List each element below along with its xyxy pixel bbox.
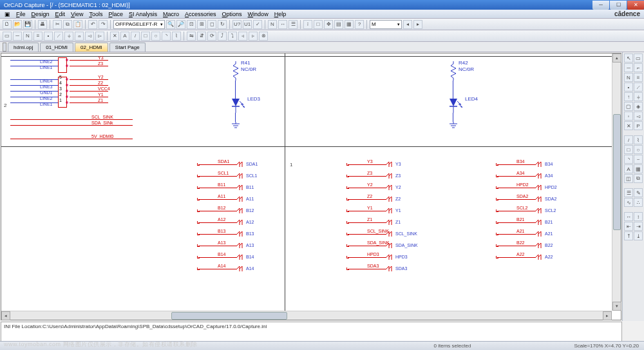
distribute-h-icon[interactable]: ↔ — [624, 212, 633, 221]
window-close-button[interactable]: ✕ — [627, 1, 644, 10]
area-select-icon[interactable]: □ — [314, 20, 323, 29]
image-icon[interactable]: ▦ — [634, 164, 643, 173]
tab-project[interactable]: hdmi.opj — [8, 43, 39, 52]
ascend-icon[interactable]: ⤴ — [218, 32, 227, 41]
place-line-icon[interactable]: / — [131, 32, 140, 41]
bom-icon[interactable]: ☰ — [289, 20, 298, 29]
place-noconnect-icon[interactable]: ✕ — [110, 32, 119, 41]
undo-icon[interactable]: ↶ — [88, 20, 97, 29]
scroll-left-icon[interactable]: ◂ — [1, 311, 10, 320]
variant-icon[interactable]: ⧉ — [634, 174, 643, 183]
redo-icon[interactable]: ↷ — [99, 20, 108, 29]
bezier-icon[interactable]: ~ — [634, 155, 643, 164]
scroll-right-icon[interactable]: ▸ — [603, 311, 612, 320]
align-bottom-icon[interactable]: ⤓ — [634, 231, 643, 240]
bus-icon[interactable]: ≡ — [634, 73, 643, 82]
netlist-icon[interactable]: N — [268, 20, 277, 29]
annotate-icon[interactable]: U? — [232, 20, 242, 29]
offpage-conn-icon[interactable]: ◅ — [634, 112, 643, 121]
place-port-icon[interactable]: ▻ — [95, 32, 104, 41]
tab-start-page[interactable]: Start Page — [109, 43, 146, 52]
find-next-icon[interactable]: ▸ — [413, 20, 422, 29]
si-icon[interactable]: ∿ — [624, 198, 633, 207]
menu-help[interactable]: Help — [272, 11, 289, 17]
line-icon[interactable]: / — [624, 135, 633, 144]
menu-edit[interactable]: Edit — [53, 11, 68, 17]
new-icon[interactable]: 🗋 — [3, 20, 12, 29]
junction-icon[interactable]: • — [624, 83, 633, 92]
window-minimize-button[interactable]: ─ — [592, 1, 609, 10]
menu-si[interactable]: SI Analysis — [127, 11, 159, 17]
distribute-v-icon[interactable]: ↕ — [634, 212, 643, 221]
ground-icon[interactable]: ⏚ — [634, 92, 643, 101]
place-ellipse-icon[interactable]: ○ — [151, 32, 160, 41]
menu-design[interactable]: Design — [30, 11, 52, 17]
menu-options[interactable]: Options — [220, 11, 244, 17]
zoom-area-icon[interactable]: ⊡ — [187, 20, 196, 29]
back-annotate-icon[interactable]: U1 — [243, 20, 252, 29]
hier-pin-icon[interactable]: ◦ — [624, 112, 633, 121]
ps-part-icon[interactable]: P — [634, 121, 643, 130]
place-part-icon[interactable]: ▭ — [3, 32, 12, 41]
place-power-icon[interactable]: ⏚ — [64, 32, 73, 41]
place-net-icon[interactable]: N — [23, 32, 32, 41]
help-icon[interactable]: ? — [355, 20, 364, 29]
place-wire-icon[interactable]: ─ — [13, 32, 22, 41]
project-icon[interactable]: ▤ — [334, 20, 343, 29]
open-icon[interactable]: 📂 — [13, 20, 22, 29]
zoom-selection-icon[interactable]: ◻ — [207, 20, 216, 29]
arc-icon[interactable]: ◝ — [624, 155, 633, 164]
save-icon[interactable]: 💾 — [23, 20, 32, 29]
place-offpage-icon[interactable]: ◅ — [85, 32, 94, 41]
place-rect-icon[interactable]: □ — [141, 32, 150, 41]
v-scrollbar[interactable]: ▴ ▾ — [612, 53, 621, 311]
menu-macro[interactable]: Macro — [161, 11, 181, 17]
tab-page-2[interactable]: 02_HDMI — [75, 43, 108, 52]
ole-icon[interactable]: ◫ — [624, 174, 633, 183]
hier-block-icon[interactable]: ▢ — [624, 102, 633, 111]
align-top-icon[interactable]: ⤒ — [624, 231, 633, 240]
hier-port-icon[interactable]: ◈ — [634, 102, 643, 111]
tab-scroll-left[interactable] — [3, 43, 6, 52]
place-polyline-icon[interactable]: ⌇ — [172, 32, 181, 41]
zoom-out-icon[interactable]: 🔎 — [176, 20, 185, 29]
place-busentry-icon[interactable]: ⟋ — [54, 32, 63, 41]
menu-window[interactable]: Window — [246, 11, 270, 17]
print-icon[interactable]: 🖶 — [38, 20, 47, 29]
h-scroll-thumb[interactable] — [171, 312, 287, 320]
select-icon[interactable]: ↖ — [624, 53, 633, 63]
autowire-icon[interactable]: ⌐ — [634, 63, 643, 72]
polyline-icon[interactable]: ⌇ — [634, 135, 643, 144]
constraint-icon[interactable]: ⛬ — [634, 198, 643, 207]
close-view-icon[interactable]: ⊗ — [259, 32, 268, 41]
tab-page-1[interactable]: 01_HDMI — [40, 43, 73, 52]
place-text-icon[interactable]: A — [120, 32, 129, 41]
cross-ref-icon[interactable]: ↔ — [278, 20, 287, 29]
h-scrollbar[interactable]: ◂ ▸ — [1, 311, 612, 320]
menu-view[interactable]: View — [69, 11, 85, 17]
bus-entry-icon[interactable]: ⟋ — [634, 83, 643, 92]
scroll-up-icon[interactable]: ▴ — [612, 53, 621, 63]
v-scroll-thumb[interactable] — [613, 114, 621, 230]
drag-icon[interactable]: ✥ — [324, 20, 333, 29]
align-right-icon[interactable]: ⇥ — [634, 222, 643, 231]
mirror-h-icon[interactable]: ⇋ — [187, 32, 196, 41]
menu-file[interactable]: FFileile — [14, 11, 28, 17]
power-icon[interactable]: ↑ — [624, 92, 633, 101]
menu-accessories[interactable]: Accessories — [183, 11, 218, 17]
paste-icon[interactable]: 📋 — [73, 20, 82, 29]
wire-icon[interactable]: ─ — [624, 63, 633, 72]
menu-place[interactable]: Place — [106, 11, 125, 17]
offpage-dropdown[interactable]: OFFPAGELEFT-R▾ — [113, 20, 165, 29]
zoom-in-icon[interactable]: 🔍 — [166, 20, 175, 29]
ncprops-icon[interactable]: ✎ — [634, 188, 643, 197]
place-junction-icon[interactable]: • — [44, 32, 53, 41]
rotate-icon[interactable]: ⟳ — [207, 32, 216, 41]
align-left-icon[interactable]: ⇤ — [624, 222, 633, 231]
next-page-icon[interactable]: ▹ — [249, 32, 258, 41]
place-arc-icon[interactable]: ◝ — [162, 32, 171, 41]
text-icon[interactable]: A — [624, 164, 633, 173]
place-ground-icon[interactable]: ⏛ — [75, 32, 84, 41]
rect-icon[interactable]: □ — [624, 145, 633, 154]
snap-grid-icon[interactable]: ፧ — [303, 20, 312, 29]
